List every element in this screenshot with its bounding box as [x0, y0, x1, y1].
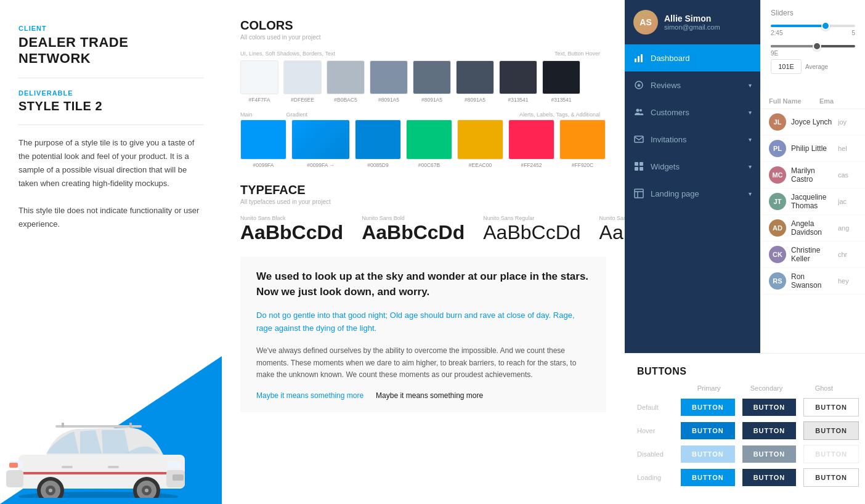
bar-chart-icon: [633, 52, 644, 63]
main-swatch-1: #0099FA: [240, 120, 286, 168]
nav-item-reviews[interactable]: Reviews ▾: [625, 71, 760, 99]
nav-item-widgets[interactable]: Widgets ▾: [625, 153, 760, 180]
customer-name-5: Angela Davidson: [791, 219, 833, 237]
customer-row-2[interactable]: PL Philip Little hel: [760, 136, 865, 162]
color-label-6: #8091A5: [465, 97, 485, 103]
color-box-6: [456, 60, 494, 94]
slider-2-input[interactable]: [771, 59, 802, 74]
customer-name-2: Philip Little: [791, 144, 833, 153]
btn-secondary-default[interactable]: BUTTON: [742, 399, 797, 416]
swatch-5: #8091A5: [413, 60, 451, 103]
color-box-7: [499, 60, 537, 94]
color-label-2: #DFE6EE: [291, 97, 314, 103]
nav-arrow-landing: ▾: [749, 190, 752, 197]
customer-name-1: Joyce Lynch: [791, 118, 833, 126]
neutral-swatches-row: #F4F7FA #DFE6EE #B0BAC5 #8091A5 #8091A5 …: [240, 60, 606, 103]
swatch-7: #313541: [499, 60, 537, 103]
customer-email-2: hel: [838, 145, 856, 152]
user-email: simon@gmail.com: [664, 23, 720, 31]
customer-row-6[interactable]: CK Christine Keller chr: [760, 242, 865, 268]
main-swatch-4: #00C67B: [406, 120, 452, 168]
btn-secondary-hover[interactable]: BUTTON: [742, 422, 797, 439]
dashboard-user: AS Allie Simon simon@gmail.com: [625, 0, 760, 44]
main-content: COLORS All colors used in your project U…: [222, 0, 625, 504]
nav-item-landing[interactable]: Landing page ▾: [625, 180, 760, 207]
slider-1-thumb[interactable]: [821, 22, 830, 30]
customer-avatar-3: MC: [769, 166, 786, 184]
slider-1-track[interactable]: [771, 25, 855, 27]
typeface-extralight: Nunito Sans ExtraLight AaBbCcDd: [599, 215, 625, 242]
buttons-header-row: Primary Secondary Ghost: [637, 384, 853, 392]
colors-title: COLORS: [240, 18, 606, 33]
color-box-4: [370, 60, 408, 94]
quote-section: We used to look up at the sky and wonder…: [240, 257, 606, 412]
customer-row-1[interactable]: JL Joyce Lynch joy: [760, 109, 865, 136]
btn-primary-default[interactable]: BUTTON: [681, 399, 735, 416]
customer-avatar-7: RS: [769, 272, 786, 290]
nav-item-dashboard[interactable]: Dashboard: [625, 44, 760, 71]
quote-footer-link[interactable]: Maybe it means something more: [256, 391, 363, 400]
slider-2-row: 9E Average: [771, 45, 855, 74]
btn-primary-hover[interactable]: BUTTON: [681, 422, 735, 439]
btn-secondary-disabled: BUTTON: [742, 445, 797, 463]
customer-row-3[interactable]: MC Marilyn Castro cas: [760, 162, 865, 189]
btn-row-disabled: Disabled BUTTON BUTTON BUTTON: [637, 445, 853, 463]
customer-email-6: chr: [838, 251, 856, 258]
nav-label-reviews: Reviews: [651, 81, 742, 90]
swatch-8: #313541: [542, 60, 580, 103]
main-color-box-1: [240, 120, 286, 160]
svg-rect-2: [55, 425, 142, 428]
slider-2-input-row: Average: [771, 59, 855, 74]
svg-rect-13: [108, 466, 119, 468]
customers-header: Full Name Ema: [760, 91, 865, 109]
customer-name-6: Christine Keller: [791, 246, 833, 263]
slider-2-thumb[interactable]: [813, 42, 821, 51]
nav-arrow-widgets: ▾: [749, 163, 752, 170]
color-box-2: [283, 60, 322, 94]
svg-rect-5: [18, 472, 185, 474]
typeface-row: Nunito Sans Black AaBbCcDd Nunito Sans B…: [240, 215, 606, 242]
nav-item-invitations[interactable]: Invitations ▾: [625, 126, 760, 153]
dashboard-panel: AS Allie Simon simon@gmail.com Dashboard…: [625, 0, 760, 353]
car-section: [0, 356, 222, 504]
main-swatch-7: #FF920C: [559, 120, 606, 168]
nav-item-customers[interactable]: Customers ▾: [625, 99, 760, 126]
swatch-6: #8091A5: [456, 60, 494, 103]
customer-row-4[interactable]: JT Jacqueline Thomas jac: [760, 189, 865, 215]
typeface-name-black: Nunito Sans Black: [240, 215, 343, 221]
right-col: Sliders 2:45 5: [760, 0, 865, 353]
customers-panel: Full Name Ema JL Joyce Lynch joy PL Phil…: [760, 91, 865, 353]
slider-1-value-right: 5: [851, 30, 855, 36]
slider-1-value-left: 2:45: [771, 30, 782, 36]
star-icon: [633, 79, 644, 91]
customer-avatar-6: CK: [769, 246, 786, 263]
typeface-black: Nunito Sans Black AaBbCcDd: [240, 215, 343, 242]
slider-2-track[interactable]: [771, 45, 855, 47]
color-label-5: #8091A5: [421, 97, 442, 103]
btn-row-hover: Hover BUTTON BUTTON BUTTON: [637, 421, 853, 440]
btn-ghost-loading[interactable]: BUTTON: [803, 468, 859, 487]
btn-col-ghost: Ghost: [795, 384, 853, 392]
btn-secondary-loading[interactable]: BUTTON: [742, 469, 797, 486]
nav-label-landing: Landing page: [651, 189, 742, 198]
main-swatches-row: #0099FA #0099FA → #0085D9 #00C67B #EEAC0…: [240, 120, 606, 168]
client-name: DEALER TRADE NETWORK: [18, 35, 203, 67]
svg-rect-11: [9, 463, 18, 468]
svg-rect-24: [641, 54, 643, 62]
svg-rect-7: [6, 470, 23, 487]
btn-col-secondary: Secondary: [737, 384, 795, 392]
typeface-sample-regular: AaBbCcDd: [483, 222, 580, 242]
btn-primary-loading[interactable]: BUTTON: [681, 469, 735, 486]
nav-label-dashboard: Dashboard: [651, 54, 752, 63]
description-1: The purpose of a style tile is to give y…: [18, 136, 203, 190]
right-top: AS Allie Simon simon@gmail.com Dashboard…: [625, 0, 865, 353]
btn-ghost-default[interactable]: BUTTON: [803, 398, 859, 417]
customer-row-7[interactable]: RS Ron Swanson hey: [760, 268, 865, 295]
btn-ghost-hover[interactable]: BUTTON: [803, 421, 859, 440]
customer-row-5[interactable]: AD Angela Davidson ang: [760, 215, 865, 242]
color-label-3: #B0BAC5: [334, 97, 357, 103]
customer-avatar-2: PL: [769, 140, 786, 157]
layout-icon: [633, 188, 644, 199]
svg-point-26: [636, 109, 640, 112]
svg-rect-4: [129, 423, 132, 428]
